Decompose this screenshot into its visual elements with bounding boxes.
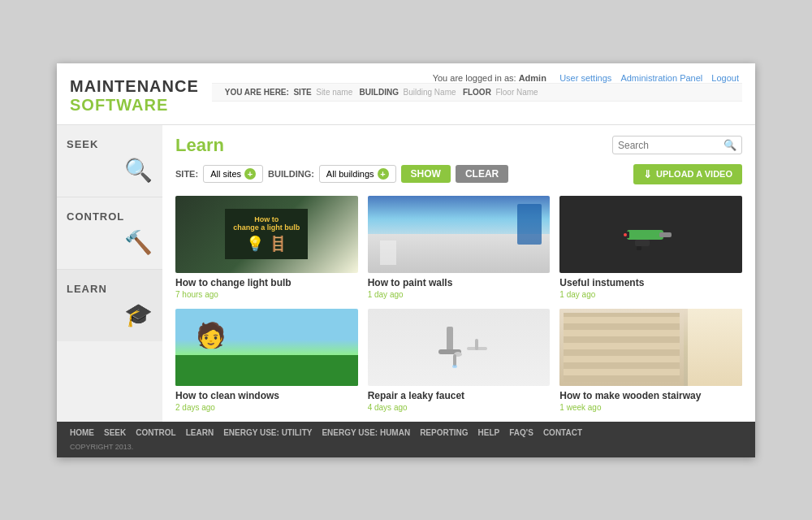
- clear-button[interactable]: CLEAR: [456, 165, 508, 183]
- svg-rect-3: [637, 246, 641, 250]
- video-time-2: 1 day ago: [368, 290, 551, 299]
- building-filter-label: BUILDING:: [268, 169, 314, 179]
- building-filter-value: All buildings: [326, 169, 374, 179]
- learn-icon: 🎓: [124, 301, 153, 328]
- video-card-1[interactable]: How tochange a light bulb 💡 🪜 How to cha…: [175, 196, 358, 299]
- faucet-svg: [418, 318, 499, 375]
- username: Admin: [519, 73, 546, 83]
- sidebar: SEEK 🔍 CONTROL 🔨 LEARN 🎓: [57, 125, 162, 422]
- sidebar-item-control[interactable]: CONTROL 🔨: [57, 197, 162, 270]
- breadcrumb: YOU ARE HERE: SITE Site name BUILDING Bu…: [212, 83, 742, 102]
- video-card-5[interactable]: Repair a leaky faucet 4 days ago: [368, 309, 551, 412]
- user-info: You are logged in as: Admin User setting…: [212, 70, 742, 83]
- breadcrumb-site-value: Site name: [313, 88, 356, 97]
- sidebar-item-learn[interactable]: LEARN 🎓: [57, 270, 162, 341]
- logo-line2: SOFTWARE: [70, 96, 199, 115]
- svg-rect-0: [627, 230, 663, 240]
- footer-energy-human[interactable]: ENERGY USE: HUMAN: [322, 428, 410, 437]
- breadcrumb-site-label: SITE: [293, 88, 311, 97]
- site-filter-value: All sites: [210, 169, 241, 179]
- site-filter-select[interactable]: All sites +: [203, 165, 263, 183]
- show-button[interactable]: SHOW: [401, 165, 451, 183]
- svg-rect-2: [635, 240, 650, 246]
- video-title-3: Useful instuments: [559, 277, 742, 288]
- video-title-6: How to make wooden stairway: [559, 390, 742, 401]
- logo-line1: MAINTENANCE: [70, 76, 199, 96]
- building-filter-plus-icon: +: [378, 168, 389, 180]
- video-thumb-1: How tochange a light bulb 💡 🪜: [175, 196, 358, 273]
- search-input[interactable]: [618, 140, 723, 151]
- video-time-1: 7 hours ago: [175, 290, 358, 299]
- svg-rect-6: [447, 327, 453, 351]
- breadcrumb-building-label: BUILDING: [360, 88, 399, 97]
- footer-copyright: COPYRIGHT 2013.: [70, 440, 742, 451]
- video-card-2[interactable]: How to paint walls 1 day ago: [368, 196, 551, 299]
- video-card-4[interactable]: 🧑 How to clean windows 2 days ago: [175, 309, 358, 412]
- footer-home[interactable]: HOME: [70, 428, 94, 437]
- video-thumb-6: [559, 309, 742, 386]
- svg-rect-1: [659, 232, 672, 237]
- control-icon: 🔨: [124, 229, 153, 256]
- page-title: Learn: [175, 135, 224, 156]
- video-card-6[interactable]: How to make wooden stairway 1 week ago: [559, 309, 742, 412]
- svg-point-5: [624, 233, 627, 236]
- video-time-6: 1 week ago: [559, 403, 742, 412]
- upload-video-button[interactable]: ⇓ UPLOAD A VIDEO: [633, 164, 742, 184]
- video-time-5: 4 days ago: [368, 403, 551, 412]
- logout-link[interactable]: Logout: [711, 73, 739, 83]
- sidebar-item-seek[interactable]: SEEK 🔍: [57, 125, 162, 197]
- sidebar-control-label: CONTROL: [67, 210, 124, 223]
- logged-in-label: You are logged in as:: [433, 73, 516, 83]
- building-filter-select[interactable]: All buildings +: [319, 165, 396, 183]
- breadcrumb-building-value: Building Name: [401, 88, 460, 97]
- logo: MAINTENANCE SOFTWARE: [70, 70, 199, 121]
- sidebar-seek-label: SEEK: [67, 138, 98, 150]
- footer-control[interactable]: CONTROL: [136, 428, 175, 437]
- video-thumb-5: [368, 309, 551, 386]
- content-area: Learn 🔍 SITE: All sites + BUILDING: All …: [162, 125, 755, 422]
- admin-panel-link[interactable]: Administration Panel: [620, 73, 702, 83]
- footer-contact[interactable]: CONTACT: [543, 428, 582, 437]
- video-thumb-4: 🧑: [175, 309, 358, 386]
- video-title-1: How to change light bulb: [175, 277, 358, 288]
- video-grid: How tochange a light bulb 💡 🪜 How to cha…: [175, 196, 742, 412]
- seek-icon: 🔍: [124, 157, 153, 184]
- footer-help[interactable]: HELP: [478, 428, 500, 437]
- filter-bar: SITE: All sites + BUILDING: All building…: [175, 164, 742, 184]
- search-icon: 🔍: [723, 139, 736, 151]
- user-settings-link[interactable]: User settings: [559, 73, 611, 83]
- footer-faq[interactable]: FAQ'S: [509, 428, 533, 437]
- site-filter-label: SITE:: [175, 169, 198, 179]
- video-title-2: How to paint walls: [368, 277, 551, 288]
- video-thumb-3: [559, 196, 742, 273]
- footer-seek[interactable]: SEEK: [104, 428, 126, 437]
- svg-rect-12: [475, 339, 478, 350]
- breadcrumb-floor-label: FLOOR: [463, 88, 491, 97]
- video-time-4: 2 days ago: [175, 403, 358, 412]
- video-time-3: 1 day ago: [559, 290, 742, 299]
- video-title-4: How to clean windows: [175, 390, 358, 401]
- svg-rect-9: [453, 354, 456, 366]
- footer-reporting[interactable]: REPORTING: [420, 428, 468, 437]
- sidebar-learn-label: LEARN: [67, 283, 107, 295]
- footer: HOME SEEK CONTROL LEARN ENERGY USE: UTIL…: [57, 422, 755, 457]
- upload-icon: ⇓: [643, 168, 652, 180]
- video-title-5: Repair a leaky faucet: [368, 390, 551, 401]
- video-card-3[interactable]: Useful instuments 1 day ago: [559, 196, 742, 299]
- breadcrumb-prefix: YOU ARE HERE:: [225, 88, 292, 97]
- upload-btn-label: UPLOAD A VIDEO: [656, 169, 732, 179]
- breadcrumb-floor-value: Floor Name: [494, 88, 538, 97]
- drill-svg: [619, 214, 684, 254]
- footer-nav: HOME SEEK CONTROL LEARN ENERGY USE: UTIL…: [70, 428, 742, 440]
- video-thumb-2: [368, 196, 551, 273]
- footer-energy-utility[interactable]: ENERGY USE: UTILITY: [223, 428, 312, 437]
- site-filter-plus-icon: +: [244, 168, 256, 180]
- svg-point-10: [452, 365, 457, 368]
- search-box[interactable]: 🔍: [612, 136, 742, 154]
- footer-learn[interactable]: LEARN: [186, 428, 214, 437]
